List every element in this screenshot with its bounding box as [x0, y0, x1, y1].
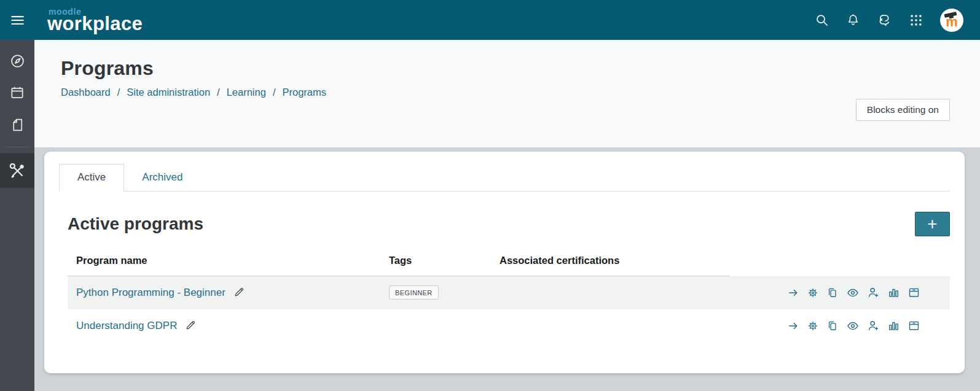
breadcrumb-separator: /: [273, 87, 276, 98]
messages-icon[interactable]: [877, 13, 892, 28]
column-header-associated-certifications: Associated certifications: [491, 251, 730, 276]
column-header-program-name: Program name: [68, 251, 380, 276]
page-body: Active Archived Active programs + Progra…: [34, 147, 980, 373]
menu-icon[interactable]: [0, 12, 34, 28]
table-header-row: Program name Tags Associated certificati…: [68, 251, 950, 276]
table-row: Understanding GDPR: [68, 309, 950, 343]
archive-box-icon[interactable]: [907, 319, 920, 332]
column-header-tags: Tags: [380, 251, 491, 276]
tab-active[interactable]: Active: [59, 164, 124, 192]
logo-workplace-text: workplace: [47, 14, 143, 33]
compass-icon: [9, 53, 26, 69]
breadcrumb-site-administration[interactable]: Site administration: [127, 87, 210, 98]
page-header: Programs Dashboard / Site administration…: [34, 40, 980, 147]
duplicate-icon[interactable]: [826, 287, 839, 299]
page-title: Programs: [61, 57, 980, 80]
blocks-editing-on-button[interactable]: Blocks editing on: [856, 99, 950, 121]
edit-name-pencil-icon[interactable]: [233, 286, 245, 298]
arrow-right-icon[interactable]: [787, 287, 799, 299]
archive-box-icon[interactable]: [907, 286, 920, 299]
breadcrumb: Dashboard / Site administration / Learni…: [61, 87, 980, 98]
sidebar-divider: [6, 147, 29, 147]
report-chart-icon[interactable]: [887, 319, 900, 332]
sidebar-item-courses[interactable]: [0, 109, 34, 141]
topbar-actions: m: [815, 9, 963, 32]
assign-users-icon[interactable]: [867, 286, 880, 299]
assign-users-icon[interactable]: [867, 319, 880, 332]
tab-archived[interactable]: Archived: [124, 165, 200, 191]
program-link[interactable]: Python Programming - Beginner: [76, 287, 225, 299]
section-heading-row: Active programs +: [59, 212, 950, 236]
certifications-cell: [491, 309, 730, 343]
duplicate-icon[interactable]: [826, 320, 839, 332]
preview-eye-icon[interactable]: [846, 319, 860, 333]
report-chart-icon[interactable]: [887, 286, 900, 299]
sidebar-item-calendar[interactable]: [0, 77, 34, 109]
programs-table: Program name Tags Associated certificati…: [68, 251, 950, 343]
table-row: Python Programming - Beginner BEGINNER: [68, 276, 950, 309]
row-actions: [739, 286, 950, 300]
add-program-button[interactable]: +: [915, 212, 950, 236]
column-header-actions: [730, 251, 950, 276]
tools-icon: [9, 163, 26, 179]
moodle-workplace-logo[interactable]: moodle workplace: [47, 7, 143, 33]
sidebar: [0, 40, 34, 391]
tag-badge[interactable]: BEGINNER: [389, 285, 439, 300]
tab-bar: Active Archived: [59, 164, 950, 192]
app-launcher-icon[interactable]: [909, 14, 923, 27]
edit-name-pencil-icon[interactable]: [185, 319, 197, 331]
section-heading: Active programs: [68, 214, 203, 234]
row-actions: [739, 319, 950, 333]
breadcrumb-dashboard[interactable]: Dashboard: [61, 87, 111, 98]
program-name: Understanding GDPR: [76, 320, 177, 332]
certifications-cell: [491, 276, 730, 309]
settings-gear-icon[interactable]: [807, 287, 819, 299]
sidebar-item-site-administration[interactable]: [0, 153, 34, 188]
calendar-icon: [9, 85, 25, 101]
breadcrumb-learning[interactable]: Learning: [227, 87, 266, 98]
settings-gear-icon[interactable]: [807, 320, 819, 332]
program-name: Python Programming - Beginner: [76, 287, 225, 299]
arrow-right-icon[interactable]: [787, 320, 799, 332]
sidebar-item-dashboard[interactable]: [0, 45, 34, 77]
tags-cell: [380, 309, 491, 343]
notifications-icon[interactable]: [846, 13, 860, 27]
avatar[interactable]: m: [940, 9, 963, 32]
programs-card: Active Archived Active programs + Progra…: [44, 152, 965, 373]
search-icon[interactable]: [815, 13, 829, 27]
preview-eye-icon[interactable]: [846, 286, 860, 300]
breadcrumb-programs[interactable]: Programs: [282, 87, 326, 98]
breadcrumb-separator: /: [117, 87, 120, 98]
file-icon: [10, 117, 25, 133]
breadcrumb-separator: /: [217, 87, 220, 98]
main-content: Programs Dashboard / Site administration…: [34, 40, 980, 391]
topbar: moodle workplace m: [0, 0, 980, 40]
program-link[interactable]: Understanding GDPR: [76, 320, 177, 332]
